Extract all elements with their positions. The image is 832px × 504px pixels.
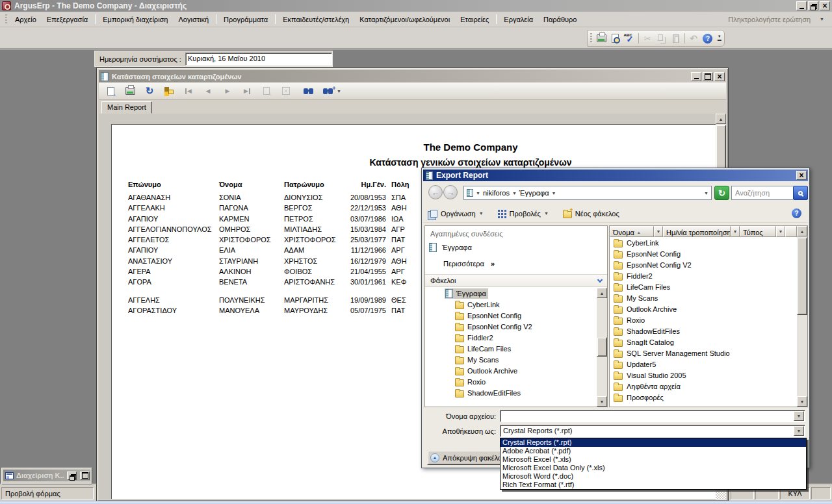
favorite-documents[interactable]: Έγγραφα — [429, 243, 472, 252]
toggle-group-tree-button[interactable] — [161, 84, 177, 98]
report-window-titlebar[interactable]: Κατάσταση στοιχείων καταρτιζομένων — [99, 70, 726, 82]
dropdown-option[interactable]: Rich Text Format (*.rtf) — [500, 481, 806, 489]
spellcheck-button[interactable] — [623, 32, 636, 45]
previous-page-button[interactable]: ◀ — [200, 84, 216, 98]
close-icon[interactable] — [796, 171, 807, 180]
search-button[interactable] — [793, 186, 808, 200]
column-filter-button[interactable]: ▼ — [731, 226, 740, 237]
forward-button[interactable]: → — [443, 185, 458, 199]
dropdown-option[interactable]: Microsoft Excel (*.xls) — [500, 455, 806, 464]
favorites-more-link[interactable]: Περισσότερα » — [443, 260, 495, 268]
zoom-button[interactable] — [317, 84, 333, 98]
goto-page-button[interactable] — [259, 84, 274, 98]
paste-button[interactable] — [670, 32, 682, 45]
search-input[interactable]: Αναζήτηση — [731, 186, 793, 200]
tree-item[interactable]: Outlook Archive — [425, 365, 597, 376]
breadcrumb-folder[interactable]: Έγγραφα — [519, 189, 549, 197]
tree-item[interactable]: CyberLink — [425, 299, 597, 310]
question-box[interactable]: Πληκτρολογήστε ερώτηση ▼ — [725, 14, 827, 25]
help-button[interactable]: ? — [702, 32, 714, 45]
cancel-button[interactable]: × — [278, 84, 294, 98]
dropdown-option[interactable]: Adobe Acrobat (*.pdf) — [500, 447, 806, 455]
menu-commercial[interactable]: Εμπορική διαχείριση — [98, 14, 173, 25]
list-item[interactable]: SnagIt Catalog — [610, 336, 797, 347]
close-button[interactable] — [714, 72, 725, 81]
print-button[interactable] — [595, 32, 608, 45]
scroll-up-arrow[interactable]: ▲ — [597, 288, 607, 298]
undo-button[interactable]: ↶ — [688, 32, 700, 45]
minimized-window[interactable]: Διαχείριση Κ... — [1, 468, 92, 485]
first-page-button[interactable]: ◀ — [181, 84, 196, 98]
chevron-down-icon[interactable]: ▼ — [512, 191, 517, 195]
refresh-button[interactable]: ↻ — [142, 84, 157, 98]
last-page-button[interactable]: ▶ — [239, 84, 255, 98]
saveas-select[interactable]: Crystal Reports (*.rpt) ▼ — [500, 425, 805, 437]
column-modified[interactable]: Ημ/νία τροποποίησης — [663, 226, 731, 237]
menu-trainers[interactable]: Εκπαιδευτές/στελέχη — [278, 14, 354, 25]
menu-edit[interactable]: Επεξεργασία — [42, 14, 93, 25]
chevron-down-icon[interactable]: ▼ — [337, 89, 341, 94]
list-item[interactable]: Updater5 — [610, 359, 797, 370]
export-report-button[interactable] — [103, 84, 118, 98]
tree-item[interactable]: EpsonNet Config V2 — [425, 321, 597, 332]
chevron-down-icon[interactable]: ▼ — [794, 426, 804, 436]
find-button[interactable] — [298, 84, 313, 98]
list-item[interactable]: SQL Server Management Studio — [610, 347, 797, 359]
breadcrumb[interactable]: ▼ nikiforos ▼ Έγγραφα ▼ ▼ — [463, 186, 712, 200]
tab-main-report[interactable]: Main Report — [101, 101, 152, 114]
list-item[interactable]: CyberLink — [610, 237, 797, 248]
list-item[interactable]: EpsonNet Config V2 — [610, 259, 797, 270]
column-filter-button[interactable]: ▼ — [776, 226, 785, 237]
menu-window[interactable]: Παράθυρο — [538, 14, 582, 25]
views-button[interactable]: Προβολές ▼ — [498, 210, 549, 218]
tree-item[interactable]: LifeCam Files — [425, 343, 597, 354]
dropdown-option[interactable]: Microsoft Excel Data Only (*.xls) — [500, 464, 806, 472]
chevron-down-icon[interactable]: ▼ — [476, 191, 480, 195]
scrollbar-thumb[interactable] — [797, 237, 807, 315]
address-history-dropdown[interactable]: ▼ — [704, 191, 708, 195]
refresh-button[interactable]: ↻ — [714, 186, 729, 200]
print-preview-button[interactable] — [609, 32, 621, 45]
back-button[interactable]: ← — [428, 185, 443, 199]
chevron-down-icon[interactable]: ▼ — [794, 411, 804, 421]
column-filter-button[interactable]: ▼ — [654, 226, 663, 237]
scroll-down-arrow[interactable]: ▼ — [797, 396, 807, 407]
list-item[interactable]: LifeCam Files — [610, 281, 797, 292]
list-item[interactable]: Fiddler2 — [610, 270, 797, 281]
scroll-up-arrow[interactable]: ▲ — [716, 114, 726, 124]
list-item[interactable]: ShadowEditFiles — [610, 325, 797, 336]
list-item[interactable]: My Scans — [610, 292, 797, 303]
cut-button[interactable]: ✂ — [642, 32, 654, 45]
restore-button[interactable] — [67, 472, 77, 480]
list-item[interactable]: EpsonNet Config — [610, 248, 797, 259]
toolbar-overflow-button[interactable]: ▼▬ — [716, 32, 723, 45]
copy-button[interactable] — [656, 32, 668, 45]
close-button[interactable] — [820, 1, 830, 10]
tree-item[interactable]: EpsonNet Config — [425, 310, 597, 321]
toolbar-grip[interactable] — [590, 33, 592, 44]
tree-item[interactable]: My Scans — [425, 354, 597, 365]
menu-accounting[interactable]: Λογιστική — [173, 14, 214, 25]
list-item[interactable]: Visual Studio 2005 — [610, 370, 797, 381]
minimize-button[interactable] — [796, 1, 807, 10]
system-date-field[interactable]: Κυριακή, 16 Μαΐου 2010 — [185, 53, 332, 66]
tree-scrollbar[interactable]: ▲ ▼ — [597, 288, 607, 407]
tree-item-documents[interactable]: Έγγραφα — [425, 288, 597, 299]
chevron-down-icon[interactable]: ▼ — [552, 191, 556, 195]
menu-file[interactable]: Αρχείο — [10, 14, 42, 25]
tree-item[interactable]: ShadowEditFiles — [425, 387, 597, 398]
folders-band[interactable]: Φάκελοι — [425, 274, 607, 287]
new-folder-button[interactable]: Νέος φάκελος — [563, 209, 619, 218]
next-page-button[interactable]: ▶ — [220, 84, 235, 98]
menu-companies[interactable]: Εταιρείες — [455, 14, 494, 25]
organize-button[interactable]: Οργάνωση ▼ — [428, 210, 484, 218]
dropdown-option[interactable]: Microsoft Word (*.doc) — [500, 472, 806, 481]
tree-item[interactable]: Fiddler2 — [425, 332, 597, 343]
restore-button[interactable] — [808, 1, 818, 10]
column-type[interactable]: Τύπος — [740, 226, 776, 237]
print-report-button[interactable] — [122, 84, 138, 98]
breadcrumb-user[interactable]: nikiforos — [483, 189, 510, 197]
filename-input[interactable]: ▼ — [500, 410, 805, 422]
scroll-up-arrow[interactable]: ▲ — [797, 226, 807, 236]
menu-tools[interactable]: Εργαλεία — [499, 14, 538, 25]
